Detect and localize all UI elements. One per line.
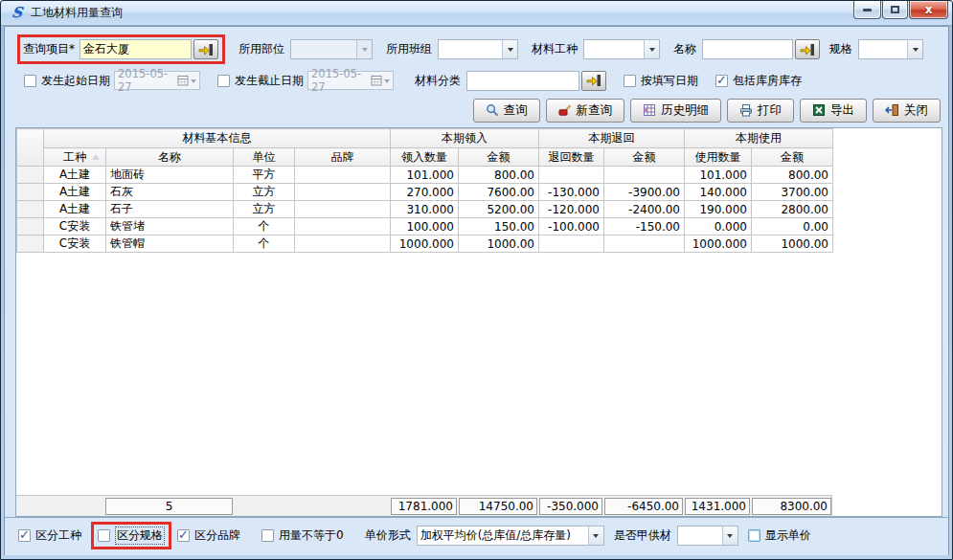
- history-detail-button[interactable]: 历史明细: [630, 99, 721, 123]
- cell-received-amt: 5200.00: [459, 201, 539, 218]
- part-combobox[interactable]: [290, 39, 373, 59]
- cell-brand: [295, 167, 391, 184]
- name-input[interactable]: [702, 39, 793, 59]
- start-date-checkbox[interactable]: [24, 75, 36, 87]
- cell-returned-amt: -2400.00: [604, 201, 685, 218]
- material-trade-combobox[interactable]: [583, 39, 660, 59]
- query-project-input[interactable]: [79, 39, 192, 59]
- material-category-label: 材料分类: [415, 73, 461, 89]
- show-price-label: 显示单价: [765, 527, 811, 544]
- summary-received-amt: 14750.00: [459, 498, 537, 515]
- cell-returned-qty: -100.000: [539, 218, 604, 235]
- nonzero-label: 用量不等于0: [279, 527, 344, 544]
- include-stock-label: 包括库房库存: [733, 73, 802, 89]
- material-trade-dropdown-button[interactable]: [644, 40, 659, 58]
- team-combobox[interactable]: [438, 39, 518, 59]
- col-header-used-qty[interactable]: 使用数量: [685, 148, 752, 167]
- part-dropdown-button[interactable]: [356, 40, 372, 58]
- cell-returned-qty: -130.000: [539, 184, 604, 201]
- new-search-button[interactable]: 新查询: [546, 99, 625, 123]
- cell-returned-qty: [539, 167, 604, 184]
- team-dropdown-button[interactable]: [502, 40, 517, 58]
- project-picker-button[interactable]: [193, 39, 218, 59]
- end-date-picker[interactable]: 2015-05-27: [307, 71, 394, 90]
- table-row[interactable]: A土建 地面砖 平方 101.000 800.00 101.000 800.00: [17, 167, 833, 184]
- spec-dropdown-button[interactable]: [907, 40, 922, 58]
- search-button[interactable]: 查询: [473, 99, 540, 123]
- by-brand-checkbox[interactable]: [177, 529, 190, 542]
- column-header-row: 工种 名称 单位 品牌 领入数量 金额 退回数量 金额 使用数量 金额: [17, 148, 833, 167]
- col-header-returned-qty[interactable]: 退回数量: [539, 148, 604, 167]
- cell-name: 铁管堵: [106, 218, 234, 235]
- cell-unit: 平方: [234, 167, 295, 184]
- cell-unit: 立方: [234, 184, 295, 201]
- cell-trade: A土建: [44, 167, 106, 184]
- close-window-button[interactable]: 关闭: [873, 99, 941, 123]
- col-header-brand[interactable]: 品牌: [295, 148, 391, 167]
- cell-received-qty: 270.000: [391, 184, 459, 201]
- by-trade-label: 区分工种: [35, 527, 81, 544]
- col-header-used-amt[interactable]: 金额: [752, 148, 833, 167]
- supplied-dropdown-button[interactable]: [722, 526, 737, 545]
- table-row[interactable]: C安装 铁管帽 个 1000.000 1000.00 1000.000 1000…: [17, 235, 833, 253]
- row-selector[interactable]: [17, 201, 44, 218]
- option-show-price: 显示单价: [748, 527, 811, 544]
- cell-received-amt: 1000.00: [459, 235, 539, 253]
- picker-icon: [586, 74, 601, 87]
- material-category-input[interactable]: [466, 71, 579, 91]
- col-header-received-qty[interactable]: 领入数量: [391, 148, 459, 167]
- col-header-name[interactable]: 名称: [106, 148, 234, 167]
- start-date-picker[interactable]: 2015-05-27: [114, 71, 200, 90]
- new-search-button-label: 新查询: [577, 102, 613, 119]
- by-spec-checkbox[interactable]: [98, 529, 110, 542]
- minimize-button[interactable]: [853, 1, 881, 19]
- price-form-combobox[interactable]: 加权平均价(总库值/总库存量): [417, 526, 604, 546]
- export-button[interactable]: 导出: [800, 99, 867, 123]
- price-form-dropdown-button[interactable]: [588, 526, 603, 545]
- cell-unit: 个: [234, 235, 295, 253]
- table-row[interactable]: C安装 铁管堵 个 100.000 150.00 -100.000 -150.0…: [17, 218, 833, 235]
- name-picker-button[interactable]: [795, 39, 820, 59]
- row-selector[interactable]: [17, 235, 44, 253]
- cell-received-qty: 100.000: [391, 218, 459, 235]
- by-brand-label: 区分品牌: [194, 527, 240, 544]
- start-date-value: 2015-05-27: [115, 67, 175, 94]
- start-date-label: 发生起始日期: [41, 73, 110, 89]
- row-selector[interactable]: [17, 218, 44, 235]
- minimize-icon: [863, 9, 872, 11]
- include-stock-checkbox[interactable]: [715, 75, 728, 87]
- close-icon: x: [925, 3, 933, 16]
- col-header-received-amt[interactable]: 金额: [459, 148, 539, 167]
- supplied-combobox[interactable]: [677, 526, 738, 546]
- end-date-checkbox[interactable]: [217, 75, 230, 87]
- group-basic-info: 材料基本信息: [44, 129, 391, 148]
- cell-used-qty: 0.000: [685, 218, 752, 235]
- table-row[interactable]: A土建 石子 立方 310.000 5200.00 -120.000 -2400…: [17, 201, 833, 218]
- filter-row-2: 发生起始日期 2015-05-27 发生截止日期 2015-05-27 材料分类: [24, 70, 941, 91]
- print-button[interactable]: 打印: [727, 99, 794, 123]
- col-header-trade-label: 工种: [63, 150, 86, 164]
- spec-combobox[interactable]: [858, 39, 923, 59]
- spec-label: 规格: [829, 41, 852, 57]
- toolbar: 查询 新查询 历史明细: [12, 98, 941, 123]
- cell-trade: C安装: [44, 218, 106, 235]
- by-trade-checkbox[interactable]: [18, 529, 31, 542]
- table-row[interactable]: A土建 石灰 立方 270.000 7600.00 -130.000 -3900…: [17, 184, 833, 201]
- window-controls: x: [852, 1, 948, 19]
- maximize-button[interactable]: [882, 1, 908, 19]
- materials-table: 材料基本信息 本期领入 本期退回 本期使用 工种 名称 单位 品牌 领入数量 金…: [16, 128, 833, 253]
- close-button[interactable]: x: [909, 1, 948, 19]
- selector-header: [17, 129, 44, 167]
- app-window: S 工地材料用量查询 x 查询项目* 所用部位: [0, 0, 953, 560]
- nonzero-checkbox[interactable]: [261, 529, 274, 542]
- col-header-returned-amt[interactable]: 金额: [604, 148, 685, 167]
- col-header-trade[interactable]: 工种: [44, 148, 106, 167]
- row-selector[interactable]: [17, 167, 44, 184]
- show-price-checkbox[interactable]: [748, 529, 760, 542]
- material-category-picker-button[interactable]: [581, 71, 606, 91]
- by-fill-date-checkbox[interactable]: [624, 75, 636, 87]
- cell-used-qty: 190.000: [685, 201, 752, 218]
- table-body: A土建 地面砖 平方 101.000 800.00 101.000 800.00…: [17, 167, 833, 253]
- col-header-unit[interactable]: 单位: [234, 148, 295, 167]
- row-selector[interactable]: [17, 184, 44, 201]
